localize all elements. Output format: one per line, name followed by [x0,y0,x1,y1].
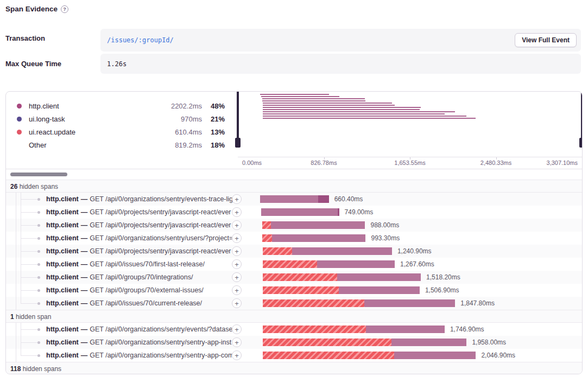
span-duration-bar [263,273,421,281]
page-title: Span Evidence ? [5,5,68,13]
span-duration-bar [263,339,466,346]
span-title: http.client—GET /api/0/issues/70/current… [46,297,237,310]
span-bar-hatched-segment [263,299,364,307]
hidden-spans-row[interactable]: 118 hidden spans [6,362,582,374]
span-separator: — [81,325,88,333]
span-title: http.client—GET /api/0/issues/70/first-l… [46,258,237,271]
span-title: http.client—GET /api/0/organizations/sen… [46,232,237,245]
span-description: GET /api/0/issues/70/first-last-release/ [90,260,205,268]
minimap-left-handle[interactable] [237,92,239,148]
span-duration-label: 1,240.90ms [397,245,432,258]
tree-guide-line [16,232,16,245]
tree-node-dot [37,263,40,266]
span-timeline: 1,506.90ms [238,284,582,297]
span-timeline: 1,847.80ms [238,297,582,310]
view-full-event-button[interactable]: View Full Event [515,33,577,47]
span-op-label: http.client [46,299,79,307]
span-bar-dark-end-segment [338,208,339,216]
minimap-span-bar [263,118,476,119]
span-row: http.client—GET /api/0/organizations/sen… [6,349,582,362]
span-separator: — [81,208,88,216]
span-duration-bar [262,221,365,229]
tree-node-dot [37,224,40,227]
span-duration-bar [263,247,392,255]
axis-tick-label: 2,480.33ms [480,159,511,166]
span-bar-hatched-segment [263,339,391,346]
timeline-axis-row: 0.00ms 826.78ms 1,653.55ms 2,480.33ms 3,… [6,157,582,169]
horizontal-scrollbar[interactable] [6,169,582,180]
span-description: GET /api/0/organizations/sentry/sentry-a… [90,339,231,346]
span-duration-label: 1,847.80ms [460,297,495,310]
transaction-value-box: /issues/:groupId/ View Full Event [100,29,581,52]
span-list: 26 hidden spans http.client—GET /api/0/o… [6,180,582,374]
tree-node-dot [37,211,40,214]
minimap-span-bar [263,111,455,112]
span-duration-label: 749.00ms [345,206,374,219]
legend-label: ui.long-task [29,115,142,123]
span-timeline: 988.00ms [238,219,582,232]
tree-connector-line [21,303,37,304]
span-duration-bar [263,286,420,294]
hidden-spans-text: hidden span [14,313,52,321]
tree-connector-line [21,264,37,265]
transaction-value: /issues/:groupId/ [107,36,174,44]
minimap-right-handle[interactable] [581,92,583,148]
legend-value: 2202.2ms [142,102,202,110]
span-timeline: 1,958.00ms [238,336,582,349]
span-op-label: http.client [46,260,79,268]
span-duration-label: 1,518.20ms [426,271,460,284]
legend-value: 610.4ms [142,128,202,136]
tree-guide-line [16,258,16,271]
span-title: http.client—GET /api/0/organizations/sen… [46,193,237,206]
hidden-spans-row[interactable]: 1 hidden span [6,310,582,323]
minimap-span-bar [263,113,445,114]
tree-guide-line [16,219,16,232]
tree-guide-line [16,336,16,349]
tree-branch-line [21,349,21,355]
span-separator: — [81,234,88,242]
span-duration-label: 2,046.90ms [481,349,515,362]
span-title: http.client—GET /api/0/groups/70/integra… [46,271,237,284]
minimap-span-bar [261,96,339,97]
max-queue-time-value: 1.26s [107,60,127,68]
tree-guide-line [16,193,16,206]
span-separator: — [81,339,88,346]
legend-percentage: 13% [202,128,225,136]
legend-label: ui.react.update [29,128,142,136]
tree-node-dot [37,302,40,305]
minimap-left-grip[interactable] [235,138,241,148]
span-title: http.client—GET /api/0/projects/sentry/j… [46,219,237,232]
tree-node-dot [37,341,40,344]
legend-percentage: 21% [202,115,225,123]
hidden-spans-count: 118 [10,365,21,373]
span-op-label: http.client [46,352,79,359]
timeline-minimap[interactable] [238,92,582,157]
span-op-label: http.client [46,208,79,216]
span-duration-label: 1,267.60ms [400,258,434,271]
span-duration-bar [262,234,365,242]
span-duration-bar [260,195,329,203]
span-op-label: http.client [46,339,79,346]
hidden-spans-row[interactable]: 26 hidden spans [6,180,582,193]
span-description: GET /api/0/projects/sentry/javascript-re… [90,208,231,216]
tree-guide-line [16,297,16,310]
span-timeline: 1,267.60ms [238,258,582,271]
span-separator: — [81,260,88,268]
tree-guide-line [16,349,16,362]
span-duration-label: 1,746.90ms [450,323,484,336]
span-row: http.client—GET /api/0/issues/70/current… [6,297,582,310]
minimap-right-grip[interactable] [579,138,583,148]
legend-dot [17,130,22,135]
span-description: GET /api/0/issues/70/current-release/ [90,299,202,307]
tree-node-dot [37,276,40,279]
span-row: http.client—GET /api/0/projects/sentry/j… [6,245,582,258]
span-op-label: http.client [46,195,79,203]
scrollbar-thumb[interactable] [10,173,67,176]
span-row: http.client—GET /api/0/groups/70/externa… [6,284,582,297]
span-duration-label: 993.30ms [371,232,400,245]
span-timeline: 1,746.90ms [238,323,582,336]
help-icon[interactable]: ? [61,5,68,13]
span-waterfall-panel: http.client 2202.2ms 48% ui.long-task 97… [5,91,583,374]
max-queue-time-label: Max Queue Time [5,60,61,68]
span-row: http.client—GET /api/0/groups/70/integra… [6,271,582,284]
